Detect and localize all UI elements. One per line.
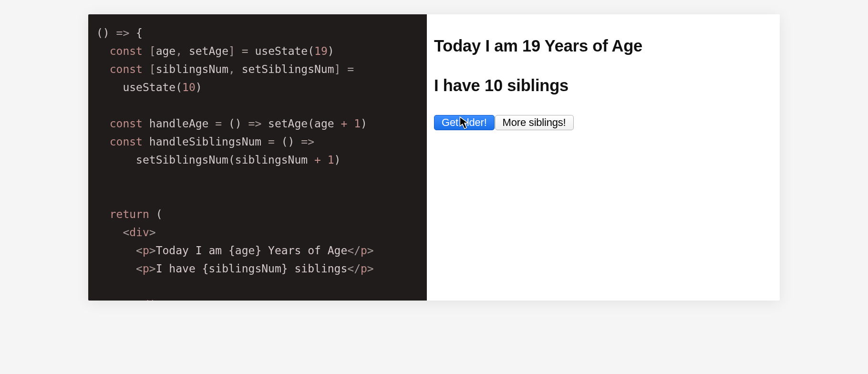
playground-container: () => { const [age, setAge] = useState(1… bbox=[88, 14, 780, 301]
code-editor-pane[interactable]: () => { const [age, setAge] = useState(1… bbox=[88, 14, 427, 301]
more-siblings-button[interactable]: More siblings! bbox=[495, 115, 574, 130]
get-older-button[interactable]: Get older! bbox=[434, 115, 495, 130]
button-row: Get older! More siblings! bbox=[434, 115, 773, 130]
preview-pane: Today I am 19 Years of Age I have 10 sib… bbox=[427, 14, 780, 301]
age-text: Today I am 19 Years of Age bbox=[434, 36, 773, 56]
siblings-text: I have 10 siblings bbox=[434, 76, 773, 95]
